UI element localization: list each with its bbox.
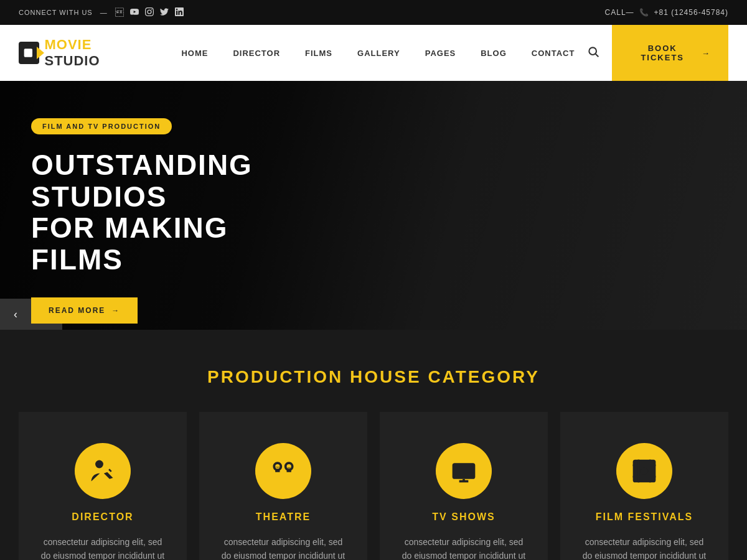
card-director: DIRECTOR consectetur adipiscing elit, se…: [19, 412, 187, 560]
tv-text: consectetur adipiscing elit, sed do eius…: [398, 535, 529, 560]
social-icons: : [115, 7, 184, 18]
nav-blog[interactable]: BLOG: [468, 25, 519, 81]
top-bar-right: CALL— 📞 +81 (12456-45784): [605, 8, 728, 17]
film-icon: [631, 457, 658, 485]
film-text: consectetur adipiscing elit, sed do eius…: [579, 535, 710, 560]
youtube-icon[interactable]: [130, 7, 139, 18]
director-icon: [89, 457, 116, 485]
hero-badge: FILM AND TV PRODUCTION: [31, 118, 172, 134]
film-title: FILM FESTIVALS: [596, 511, 693, 523]
svg-line-2: [596, 54, 599, 57]
svg-rect-0: [24, 49, 32, 57]
nav-gallery[interactable]: GALLERY: [345, 25, 413, 81]
nav-pages[interactable]: PAGES: [413, 25, 469, 81]
book-tickets-button[interactable]: BOOK TICKETS →: [612, 25, 728, 81]
svg-point-1: [590, 47, 597, 55]
production-title: PRODUCTION HOUSE CATEGORY: [19, 367, 728, 387]
card-tv: TV SHOWS consectetur adipiscing elit, se…: [380, 412, 548, 560]
director-icon-circle: [75, 443, 131, 499]
linkedin-icon[interactable]: [175, 7, 184, 18]
svg-rect-4: [453, 463, 476, 479]
theatre-title: THEATRE: [256, 511, 311, 523]
svg-point-3: [95, 460, 103, 469]
top-bar: CONNECT WITH US —  CALL— 📞 +81 (12456-4…: [0, 0, 747, 25]
tv-icon-circle: [436, 443, 492, 499]
navbar: MOVIE STUDIO HOME DIRECTOR FILMS GALLERY…: [0, 25, 747, 81]
read-more-button[interactable]: READ MORE →: [31, 297, 138, 324]
facebook-icon[interactable]: : [115, 7, 124, 18]
nav-links: HOME DIRECTOR FILMS GALLERY PAGES BLOG C…: [169, 25, 587, 81]
instagram-icon[interactable]: [145, 7, 154, 18]
director-text: consectetur adipiscing elit, sed do eius…: [37, 535, 168, 560]
arrow-right-icon: →: [702, 49, 711, 58]
film-icon-circle: [616, 443, 672, 499]
director-title: DIRECTOR: [72, 511, 133, 523]
nav-contact[interactable]: CONTACT: [519, 25, 588, 81]
svg-point-12: [641, 468, 648, 475]
nav-right: BOOK TICKETS →: [587, 25, 728, 81]
hero-content: FILM AND TV PRODUCTION OUTSTANDING STUDI…: [0, 81, 324, 330]
cards-grid: DIRECTOR consectetur adipiscing elit, se…: [19, 412, 728, 560]
hero-section: FILM AND TV PRODUCTION OUTSTANDING STUDI…: [0, 81, 747, 330]
logo-icon: [19, 42, 39, 64]
connect-label: CONNECT WITH US: [19, 9, 93, 16]
theatre-text: consectetur adipiscing elit, sed do eius…: [218, 535, 349, 560]
nav-home[interactable]: HOME: [169, 25, 220, 81]
logo[interactable]: MOVIE STUDIO: [19, 37, 144, 69]
tv-icon: [450, 457, 477, 485]
card-film: FILM FESTIVALS consectetur adipiscing el…: [560, 412, 728, 560]
production-section: PRODUCTION HOUSE CATEGORY DIRECTOR conse…: [0, 330, 747, 560]
logo-text: MOVIE STUDIO: [44, 37, 144, 69]
nav-director[interactable]: DIRECTOR: [220, 25, 293, 81]
search-button[interactable]: [587, 45, 599, 61]
arrow-right-icon: →: [111, 306, 120, 315]
phone-number: +81 (12456-45784): [654, 8, 728, 17]
tv-title: TV SHOWS: [432, 511, 495, 523]
dash-divider: —: [100, 9, 108, 16]
theatre-icon-circle: [255, 443, 311, 499]
call-label: CALL—: [605, 8, 634, 17]
card-theatre: THEATRE consectetur adipiscing elit, sed…: [199, 412, 367, 560]
top-bar-left: CONNECT WITH US — : [19, 7, 184, 18]
theatre-icon: [270, 457, 297, 485]
phone-icon: 📞: [639, 8, 649, 17]
twitter-icon[interactable]: [160, 7, 169, 18]
nav-films[interactable]: FILMS: [293, 25, 345, 81]
hero-title: OUTSTANDING STUDIOS FOR MAKING FILMS: [31, 149, 293, 275]
